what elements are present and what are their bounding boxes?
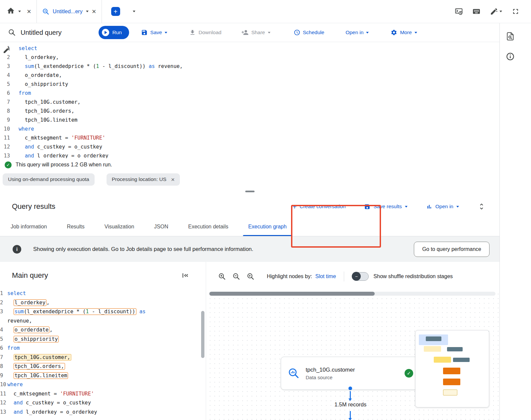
bigquery-tab-icon	[42, 8, 49, 15]
save-results-caret-icon[interactable]	[405, 206, 408, 208]
home-icon[interactable]	[7, 7, 15, 16]
chip-close-icon[interactable]: ×	[171, 176, 175, 183]
plus-icon: +	[292, 203, 296, 210]
toolbar-divider	[344, 271, 344, 281]
zoom-out-icon[interactable]	[232, 272, 240, 280]
code-line: 4 o_orderdate,	[0, 326, 146, 335]
home-caret-icon[interactable]	[18, 11, 21, 12]
zoom-reset-icon[interactable]	[247, 272, 255, 280]
code-line: 13 and l_orderkey = o_orderkey	[0, 408, 146, 417]
execution-details-banner: i Showing only execution details. Go to …	[0, 236, 499, 262]
info-outline-icon[interactable]	[506, 52, 515, 61]
code-line: 7 tpch_10G.customer,	[0, 98, 183, 107]
vertical-scrollbar-thumb[interactable]	[201, 311, 204, 358]
code-line: 2 l_orderkey,	[0, 298, 146, 308]
code-line: 12 and c_custkey = o_custkey	[0, 398, 146, 408]
run-button[interactable]: Run	[99, 26, 129, 39]
save-results-button[interactable]: Save results	[364, 204, 407, 210]
code-line: 7 tpch_10G.customer,	[0, 353, 146, 362]
save-button[interactable]: Save	[141, 29, 167, 36]
fullscreen-icon[interactable]	[511, 7, 520, 16]
code-line: 8 tpch_10G.orders,	[0, 107, 183, 116]
run-play-icon	[102, 29, 109, 36]
graph-canvas[interactable]: tpch_10G.customer Data source ✓ 1.5M rec…	[206, 291, 499, 420]
results-tab-json[interactable]: JSON	[144, 217, 178, 236]
results-tab-job-information[interactable]: Job information	[1, 217, 57, 236]
horizontal-scrollbar-thumb[interactable]	[209, 292, 375, 296]
minimap-bar	[453, 358, 470, 362]
create-conversation-button[interactable]: + Create conversation	[292, 203, 345, 210]
banner-message: Showing only execution details. Go to Jo…	[33, 246, 253, 252]
info-icon: i	[13, 245, 21, 254]
code-line: 5 o_shippriority	[0, 335, 146, 344]
minimap-bar	[424, 346, 441, 352]
query-setting-chip: Processing location: US×	[107, 173, 180, 186]
edge-line	[350, 411, 351, 418]
results-tab-execution-details[interactable]: Execution details	[178, 217, 238, 236]
share-button[interactable]: Share	[241, 29, 270, 36]
query-toolbar: Untitled query Run Save Download Share S…	[0, 23, 499, 42]
code-line: 13 and l_orderkey = o_orderkey	[0, 151, 183, 158]
minimap-bar	[443, 390, 457, 395]
highlight-mode-select[interactable]: Slot time	[315, 273, 336, 279]
open-results-caret-icon[interactable]	[456, 206, 459, 208]
toggle-knob: −	[352, 272, 361, 281]
bigquery-query-icon	[8, 29, 16, 36]
schedule-button[interactable]: Schedule	[294, 29, 325, 36]
minimap-bar	[443, 379, 460, 385]
edge-records-label: 1.5M records	[281, 401, 420, 408]
code-line: 11 c_mktsegment = 'FURNITURE'	[0, 134, 183, 143]
open-in-button[interactable]: Open in	[345, 30, 369, 35]
code-line: 6from	[0, 89, 183, 98]
node-title: tpch_10G.customer	[306, 367, 355, 373]
more-button[interactable]: More	[391, 29, 417, 36]
tab-untitled-query[interactable]: Untitled...ery ×	[37, 0, 102, 23]
collapse-results-icon[interactable]	[478, 203, 486, 210]
open-results-in-button[interactable]: Open in	[426, 204, 459, 210]
tab-bar: × Untitled...ery × +	[0, 0, 531, 23]
keyboard-icon[interactable]	[472, 7, 481, 16]
add-tab-button[interactable]: +	[111, 7, 120, 16]
minimap-bar	[426, 336, 441, 341]
main-query-code[interactable]: 1select2 l_orderkey,3 sum(l_extendedpric…	[0, 289, 146, 417]
code-line: 10where	[0, 380, 146, 390]
shuffle-stages-toggle[interactable]: −	[352, 272, 369, 281]
edge-arrow-icon	[348, 398, 352, 401]
graph-toolbar: Highlight nodes by: Slot time − Show shu…	[206, 262, 499, 291]
tab-caret-icon[interactable]	[86, 11, 89, 12]
panel-resize-handle[interactable]	[245, 191, 255, 192]
minimap-bar	[443, 368, 460, 374]
graph-node-datasource[interactable]: tpch_10G.customer Data source ✓	[281, 357, 420, 390]
panel-resize-zone	[0, 187, 499, 196]
results-tab-execution-graph[interactable]: Execution graph	[238, 217, 297, 236]
save-caret-icon[interactable]	[165, 32, 167, 33]
home-tab[interactable]: ×	[0, 7, 31, 16]
session-console-icon[interactable]	[455, 7, 463, 16]
horizontal-scrollbar[interactable]	[209, 292, 495, 296]
code-line: 10where	[0, 125, 183, 134]
download-button[interactable]: Download	[189, 29, 221, 36]
tab-close-icon[interactable]: ×	[92, 8, 96, 15]
query-results-header: Query results + Create conversation Save…	[0, 196, 499, 217]
code-line: 5 o_shippriority	[0, 80, 183, 89]
query-history-icon[interactable]	[506, 32, 515, 41]
code-line: 3 sum(l_extendedprice * (1 - l_discount)…	[0, 307, 146, 317]
home-close-icon[interactable]: ×	[27, 8, 31, 15]
zoom-in-icon[interactable]	[218, 272, 226, 280]
results-tab-visualization[interactable]: Visualization	[95, 217, 144, 236]
shuffle-stages-label: Show shuffle redistribution stages	[373, 273, 453, 279]
results-tab-results[interactable]: Results	[57, 217, 94, 236]
go-to-query-performance-button[interactable]: Go to query performance	[414, 242, 490, 257]
open-in-caret-icon[interactable]	[366, 32, 369, 33]
results-actions: + Create conversation Save results Open …	[292, 203, 486, 210]
code-line: 3 sum(l_extendedprice * (1 - l_discount)…	[0, 62, 183, 71]
query-setting-chip: Using on-demand processing quota	[3, 173, 95, 186]
collapse-panel-icon[interactable]	[181, 271, 189, 279]
sql-editor[interactable]: 1select2 l_orderkey,3 sum(l_extendedpric…	[0, 42, 499, 158]
graph-minimap[interactable]	[415, 330, 489, 407]
magic-pen-caret-icon[interactable]	[499, 11, 502, 12]
code-line: 8 tpch_10G.orders,	[0, 362, 146, 371]
tab-list-caret-icon[interactable]	[133, 11, 135, 12]
more-caret-icon[interactable]	[415, 32, 417, 33]
magic-pen-icon[interactable]	[490, 7, 502, 16]
